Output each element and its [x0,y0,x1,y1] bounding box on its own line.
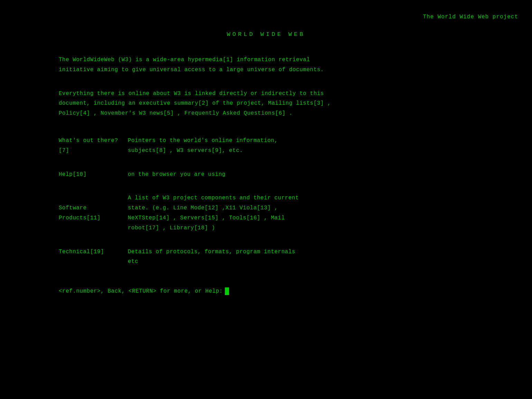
item-desc-2-line3: NeXTStep[14] , Servers[15] , Tools[16] ,… [128,213,487,223]
table-row: Technical[19] Details of protocols, form… [59,247,487,267]
item-desc-3-line2: etc [128,257,487,267]
item-link-2[interactable]: Software Products[11] [59,205,101,221]
item-desc-3-line1: Details of protocols, formats, program i… [128,247,487,257]
intro-paragraph-1: The WorldWideWeb (W3) is a wide-area hyp… [59,55,487,75]
item-label-2[interactable]: Software Products[11] [59,193,128,233]
table-row: Software Products[11] A list of W3 proje… [59,193,487,233]
item-desc-3: Details of protocols, formats, program i… [128,247,487,267]
item-desc-1: on the browser you are using [128,170,487,180]
item-desc-2-line2: state. (e.g. Line Mode[12] ,X11 Viola[13… [128,203,487,213]
page-title: WORLD WIDE WEB [10,31,522,38]
item-label-1[interactable]: Help[10] [59,170,128,180]
table-row: What's out there?[7] Pointers to the wor… [59,136,487,156]
cursor-block [225,287,229,295]
terminal-screen: The World Wide Web project WORLD WIDE WE… [0,7,532,399]
intro-paragraph-2: Everything there is online about W3 is l… [59,89,487,118]
intro-line-2: initiative aiming to give universal acce… [59,65,487,75]
item-desc-0-line2: subjects[8] , W3 servers[9], etc. [128,146,487,156]
intro2-line-2: document, including an executive summary… [59,98,487,108]
command-line[interactable]: <ref.number>, Back, <RETURN> for more, o… [59,287,522,295]
item-link-3[interactable]: Technical[19] [59,249,104,255]
intro2-line-1: Everything there is online about W3 is l… [59,89,487,99]
top-right-title: The World Wide Web project [423,14,518,20]
item-desc-0: Pointers to the world's online informati… [128,136,487,156]
item-link-1[interactable]: Help[10] [59,171,87,178]
item-label-0[interactable]: What's out there?[7] [59,136,128,156]
item-desc-0-line1: Pointers to the world's online informati… [128,136,487,146]
item-link-0[interactable]: What's out there?[7] [59,137,118,154]
intro-line-1: The WorldWideWeb (W3) is a wide-area hyp… [59,55,487,65]
table-row: Help[10] on the browser you are using [59,170,487,180]
item-desc-1-line1: on the browser you are using [128,170,487,180]
intro2-line-3: Policy[4] , November's W3 news[5] , Freq… [59,108,487,118]
item-desc-2: A list of W3 project components and thei… [128,193,487,233]
command-prompt-text: <ref.number>, Back, <RETURN> for more, o… [59,288,223,294]
main-title-text: WORLD WIDE WEB [227,31,305,38]
item-desc-2-line4: robot[17] , Library[18] ) [128,223,487,233]
content-table: What's out there?[7] Pointers to the wor… [59,136,487,267]
item-label-3[interactable]: Technical[19] [59,247,128,267]
project-title-text: The World Wide Web project [423,14,518,20]
item-desc-2-line1: A list of W3 project components and thei… [128,193,487,203]
